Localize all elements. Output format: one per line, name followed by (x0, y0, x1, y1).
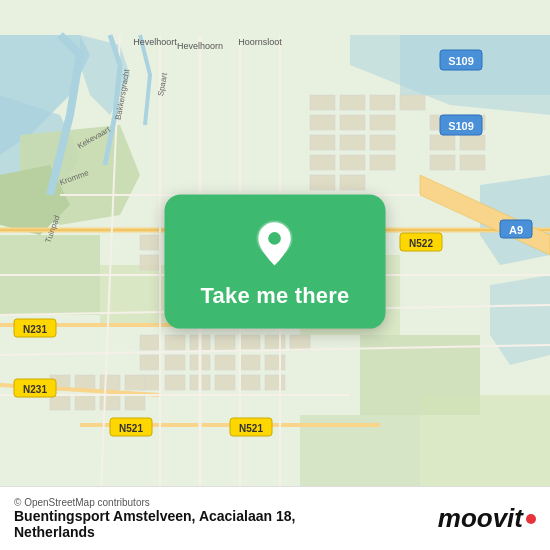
svg-rect-41 (100, 375, 120, 390)
cta-card[interactable]: Take me there (165, 195, 386, 329)
svg-rect-58 (340, 155, 365, 170)
svg-rect-36 (215, 375, 235, 390)
svg-rect-42 (125, 375, 145, 390)
svg-rect-26 (290, 335, 310, 350)
svg-rect-66 (430, 155, 455, 170)
svg-rect-50 (400, 95, 425, 110)
svg-rect-53 (370, 115, 395, 130)
svg-rect-60 (340, 175, 365, 190)
svg-rect-20 (140, 335, 160, 350)
svg-rect-65 (460, 135, 485, 150)
svg-rect-8 (140, 235, 160, 250)
svg-rect-49 (370, 95, 395, 110)
take-me-there-button[interactable]: Take me there (201, 283, 350, 309)
svg-text:A9: A9 (509, 224, 523, 236)
svg-rect-38 (265, 375, 285, 390)
svg-rect-30 (215, 355, 235, 370)
location-pin-icon (248, 219, 302, 273)
osm-credit: © OpenStreetMap contributors (14, 497, 295, 508)
svg-text:Hevelhoorn: Hevelhoorn (177, 41, 223, 51)
svg-text:S109: S109 (448, 120, 474, 132)
svg-rect-28 (165, 355, 185, 370)
svg-rect-40 (75, 375, 95, 390)
bottom-bar: © OpenStreetMap contributors Buentingspo… (0, 486, 550, 550)
svg-rect-37 (240, 375, 260, 390)
svg-rect-48 (340, 95, 365, 110)
svg-text:S109: S109 (448, 55, 474, 67)
svg-rect-47 (310, 95, 335, 110)
svg-rect-31 (240, 355, 260, 370)
svg-rect-32 (265, 355, 285, 370)
svg-text:N521: N521 (239, 423, 263, 434)
svg-point-109 (269, 232, 282, 245)
map-container: S109 S109 N522 A9 N231 N231 N521 N521 He… (0, 0, 550, 550)
svg-rect-44 (75, 395, 95, 410)
svg-text:Hoornsloot: Hoornsloot (238, 37, 282, 47)
svg-rect-56 (370, 135, 395, 150)
moovit-logo: moovit (438, 503, 536, 534)
svg-rect-54 (310, 135, 335, 150)
svg-text:N231: N231 (23, 384, 47, 395)
svg-rect-59 (310, 175, 335, 190)
svg-text:N522: N522 (409, 238, 433, 249)
svg-text:Hevelhoort: Hevelhoort (133, 37, 177, 47)
svg-rect-23 (215, 335, 235, 350)
svg-rect-34 (165, 375, 185, 390)
moovit-red-dot (526, 514, 536, 524)
svg-rect-14 (140, 255, 160, 270)
svg-rect-46 (125, 395, 145, 410)
location-country: Netherlands (14, 524, 295, 540)
cta-overlay: Take me there (165, 195, 386, 329)
svg-rect-25 (265, 335, 285, 350)
svg-rect-51 (310, 115, 335, 130)
svg-rect-67 (460, 155, 485, 170)
bottom-left: © OpenStreetMap contributors Buentingspo… (14, 497, 295, 540)
svg-rect-21 (165, 335, 185, 350)
svg-rect-64 (430, 135, 455, 150)
svg-rect-45 (100, 395, 120, 410)
svg-rect-57 (310, 155, 335, 170)
svg-rect-52 (340, 115, 365, 130)
location-name: Buentingsport Amstelveen, Acacialaan 18, (14, 508, 295, 524)
svg-rect-61 (370, 155, 395, 170)
svg-rect-24 (240, 335, 260, 350)
moovit-wordmark: moovit (438, 503, 523, 534)
svg-rect-55 (340, 135, 365, 150)
svg-text:N231: N231 (23, 324, 47, 335)
svg-text:N521: N521 (119, 423, 143, 434)
svg-rect-27 (140, 355, 160, 370)
